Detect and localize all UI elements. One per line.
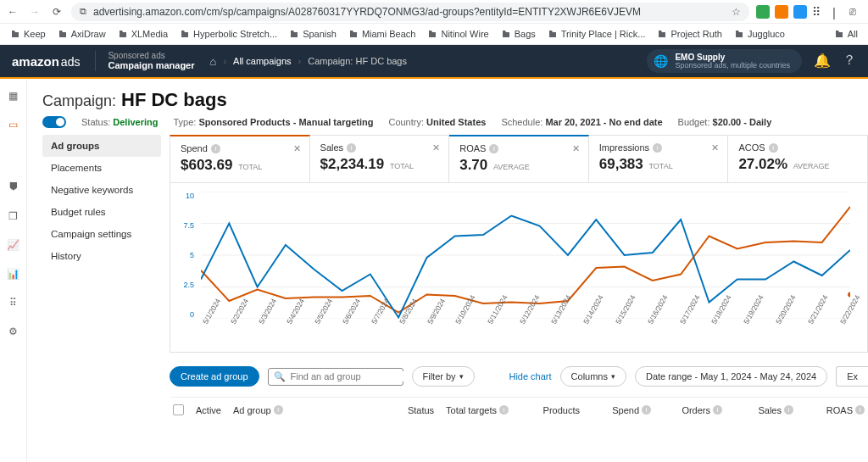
sidenav-item[interactable]: Budget rules [42,201,161,223]
col-orders[interactable]: Ordersi [663,405,722,415]
site-info-icon[interactable]: ⧉ [80,6,86,17]
home-icon[interactable]: ⌂ [210,55,217,68]
browser-chrome: ← → ⟳ ⧉ advertising.amazon.com/cm/sp/cam… [0,0,868,24]
bookmark-item[interactable]: AxiDraw [53,27,111,41]
campaign-status-row: Status: Delivering Type: Sponsored Produ… [42,116,868,128]
sidenav-item[interactable]: Placements [42,157,161,179]
info-icon[interactable]: i [653,143,662,153]
url-text: advertising.amazon.com/cm/sp/campaigns/A… [93,6,725,18]
content-area: Campaign: HF DC bags Status: Delivering … [27,79,868,462]
search-icon: 🔍 [274,371,286,382]
breadcrumb-link[interactable]: All campaigns [233,56,291,66]
col-total-targets[interactable]: Total targetsi [446,405,509,415]
bookmark-item[interactable]: Nitinol Wire [422,27,493,41]
account-switcher[interactable]: 🌐 EMO Supply Sponsored ads, multiple cou… [647,49,802,74]
breadcrumb: ⌂ › All campaigns › Campaign: HF DC bags [210,55,407,68]
info-icon[interactable]: i [211,144,220,153]
date-range-button[interactable]: Date range - May 1, 2024 - May 24, 2024 [635,366,827,387]
select-all-checkbox[interactable] [173,404,184,415]
breadcrumb-current: Campaign: HF DC bags [308,56,407,66]
metric-card[interactable]: ROASi3.70 AVERAGE✕ [449,135,589,183]
bookmark-item[interactable]: Juggluco [729,27,790,41]
extension-icon[interactable] [793,5,807,19]
more-icon[interactable]: | [831,5,844,19]
bookmark-item[interactable]: Miami Beach [343,27,421,41]
sidenav-item[interactable]: History [42,245,161,267]
left-rail: ▦ ▭ ⛊ ❐ 📈 📊 ⠿ ⚙ [0,79,27,462]
metric-card[interactable]: ACOSi27.02% AVERAGE [728,135,868,183]
rail-chart-icon[interactable]: 📊 [7,267,20,281]
metric-card[interactable]: Salesi$2,234.19 TOTAL✕ [310,135,450,183]
search-input[interactable] [291,371,408,381]
metric-cards: Spendi$603.69 TOTAL✕Salesi$2,234.19 TOTA… [170,135,868,183]
bookmarks-bar: KeepAxiDrawXLMediaHyperbolic Stretch...S… [0,24,868,45]
search-input-wrapper[interactable]: 🔍 [268,368,403,386]
filter-by-button[interactable]: Filter by▾ [412,366,475,387]
hide-chart-link[interactable]: Hide chart [509,371,551,381]
cast-icon[interactable]: ⎚ [849,5,863,19]
page-title: Campaign: HF DC bags [42,89,868,111]
bookmark-label: All [848,29,858,39]
status-toggle[interactable] [42,116,66,128]
campaign-side-nav: Ad groupsPlacementsNegative keywordsBudg… [42,135,161,422]
metric-card[interactable]: Impressionsi69,383 TOTAL✕ [589,135,729,183]
chart-area: 107.552.50 5/1/20245/2/20245/3/20245/4/2… [170,183,868,353]
close-icon[interactable]: ✕ [293,143,301,154]
chart-y-axis: 107.552.50 [175,192,194,319]
bell-icon[interactable]: 🔔 [814,53,831,69]
rail-shield-icon[interactable]: ⛊ [7,181,20,194]
amazon-ads-logo[interactable]: amazonads [12,54,80,69]
columns-button[interactable]: Columns▾ [560,366,626,387]
export-button[interactable]: Ex [836,366,868,387]
forward-button[interactable]: → [27,4,42,19]
extensions-area: ⠿ | ⎚ [756,5,863,19]
close-icon[interactable]: ✕ [711,142,719,153]
rail-library-icon[interactable]: ❐ [7,209,20,223]
info-icon[interactable]: i [489,144,498,153]
rail-trend-icon[interactable]: 📈 [7,238,20,252]
bookmark-folder[interactable]: All [829,27,863,41]
globe-icon: 🌐 [654,54,668,68]
info-icon[interactable]: i [347,143,356,153]
bookmark-item[interactable]: Bags [496,27,541,41]
chart-x-axis: 5/1/20245/2/20245/3/20245/4/20245/5/2024… [201,316,850,352]
info-icon[interactable]: i [769,143,778,153]
sidenav-item[interactable]: Negative keywords [42,179,161,201]
amazon-header: amazonads Sponsored ads Campaign manager… [0,45,868,77]
col-roas[interactable]: ROASi [805,405,865,415]
rail-campaigns-icon[interactable]: ▭ [7,118,20,131]
close-icon[interactable]: ✕ [432,142,440,153]
url-bar[interactable]: ⧉ advertising.amazon.com/cm/sp/campaigns… [71,3,749,21]
back-button[interactable]: ← [5,4,20,19]
extensions-menu-icon[interactable]: ⠿ [812,5,826,19]
svg-point-5 [848,292,850,298]
bookmark-item[interactable]: Hyperbolic Stretch... [175,27,282,41]
col-ad-group[interactable]: Ad groupi [233,405,283,415]
rail-settings-icon[interactable]: ⚙ [7,325,20,338]
extension-icon[interactable] [756,5,770,19]
extension-icon[interactable] [775,5,788,19]
bookmark-item[interactable]: Spanish [284,27,342,41]
product-switcher[interactable]: Sponsored ads Campaign manager [95,51,194,70]
col-active[interactable]: Active [196,405,221,415]
sidenav-item[interactable]: Campaign settings [42,223,161,245]
col-spend[interactable]: Spendi [592,405,651,415]
rail-grid-icon[interactable]: ⠿ [7,296,20,309]
col-products[interactable]: Products [520,405,580,415]
help-icon[interactable]: ？ [843,52,856,70]
bookmark-item[interactable]: Trinity Place | Rick... [542,27,651,41]
table-header-row: Active Ad groupi Status Total targetsi P… [170,397,868,422]
bookmark-item[interactable]: XLMedia [113,27,173,41]
col-sales[interactable]: Salesi [734,405,793,415]
table-toolbar: Create ad group 🔍 Filter by▾ Hide chart … [170,366,868,387]
sidenav-item[interactable]: Ad groups [42,135,161,157]
bookmark-item[interactable]: Keep [5,27,51,41]
bookmark-item[interactable]: Project Ruth [652,27,727,41]
bookmark-star-icon[interactable]: ☆ [732,6,741,18]
col-status[interactable]: Status [375,405,434,415]
close-icon[interactable]: ✕ [572,143,580,154]
rail-dashboard-icon[interactable]: ▦ [7,89,20,103]
reload-button[interactable]: ⟳ [49,4,64,19]
create-ad-group-button[interactable]: Create ad group [170,366,259,387]
metric-card[interactable]: Spendi$603.69 TOTAL✕ [170,135,310,183]
